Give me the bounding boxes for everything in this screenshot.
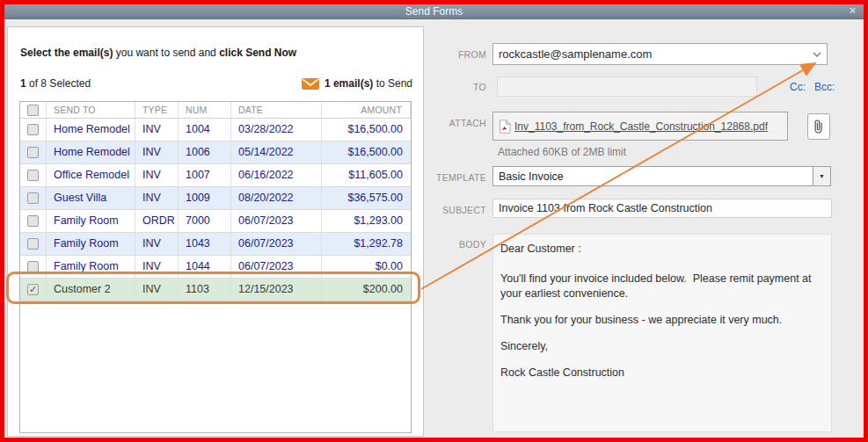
send-forms-dialog: Send Forms ✕ Select the email(s) you wan…: [0, 0, 868, 442]
row-checkbox[interactable]: [27, 147, 39, 158]
row-checkbox[interactable]: [27, 124, 39, 135]
counts-row: 1 of 8 Selected 1 email(s) to Send: [20, 76, 412, 91]
row-checkbox-cell: [20, 233, 47, 255]
email-list-panel: Select the email(s) you want to send and…: [7, 26, 424, 437]
body-textarea[interactable]: Dear Customer : You'll find your invoice…: [492, 234, 832, 432]
cell-send-to: Family Room: [47, 256, 135, 278]
cell-type: ORDR: [135, 210, 179, 232]
close-icon[interactable]: ✕: [849, 5, 857, 17]
cell-type: INV: [135, 256, 179, 278]
table-row[interactable]: Home Remodel INV 1006 05/14/2022 $16,500…: [20, 141, 411, 164]
selected-count: 1 of 8 Selected: [20, 77, 91, 90]
row-checkbox[interactable]: [27, 215, 39, 227]
row-checkbox[interactable]: [27, 261, 39, 272]
instruction-part1: Select the email(s): [20, 47, 113, 59]
selected-count-text: of 8 Selected: [26, 77, 91, 90]
row-checkbox-cell: [20, 141, 47, 163]
cell-type: INV: [135, 164, 179, 186]
to-label: TO: [420, 82, 486, 92]
cell-send-to: Home Remodel: [47, 119, 135, 141]
cell-amount: $0.00: [322, 256, 411, 278]
subject-input[interactable]: Invoice 1103 from Rock Castle Constructi…: [492, 199, 832, 218]
attachment-field[interactable]: Inv_1103_from_Rock_Castle_Construction_1…: [492, 112, 788, 141]
cell-send-to: Family Room: [47, 210, 135, 232]
subject-label: SUBJECT: [420, 205, 486, 215]
cell-send-to: Guest Villa: [47, 187, 135, 209]
body-line: Thank you for your business - we appreci…: [500, 313, 824, 327]
attach-file-button[interactable]: [807, 113, 830, 140]
cell-amount: $200.00: [322, 279, 411, 301]
table-row[interactable]: ✓ Customer 2 INV 1103 12/15/2023 $200.00: [20, 279, 411, 301]
to-input[interactable]: [497, 76, 757, 97]
cell-num: 1004: [179, 119, 231, 141]
instruction-part2: you want to send and: [113, 47, 219, 59]
header-amount[interactable]: AMOUNT: [322, 102, 411, 118]
row-checkbox[interactable]: ✓: [27, 284, 39, 295]
email-table: SEND TO TYPE NUM DATE AMOUNT Home Remode…: [19, 101, 412, 433]
row-checkbox[interactable]: [27, 238, 39, 250]
table-row[interactable]: Home Remodel INV 1004 03/28/2022 $16,500…: [20, 119, 411, 141]
dialog-titlebar[interactable]: Send Forms ✕: [4, 4, 864, 19]
cell-date: 08/20/2022: [231, 187, 322, 209]
cell-type: INV: [135, 141, 179, 163]
cell-send-to: Customer 2: [47, 279, 135, 301]
cell-amount: $16,500.00: [322, 141, 411, 163]
from-dropdown[interactable]: rockcastle@samplename.com: [492, 43, 828, 65]
row-checkbox-cell: ✓: [20, 279, 47, 301]
chevron-down-icon[interactable]: [813, 52, 821, 57]
dialog-title: Send Forms: [405, 5, 463, 18]
emails-to-send: 1 email(s) to Send: [302, 77, 412, 90]
table-row[interactable]: Office Remodel INV 1007 06/16/2022 $11,6…: [20, 164, 411, 187]
from-value: rockcastle@samplename.com: [499, 47, 652, 61]
attachment-size-note: Attached 60KB of 2MB limit: [498, 146, 626, 158]
row-checkbox-cell: [20, 119, 47, 141]
cell-num: 1009: [179, 187, 231, 209]
table-row[interactable]: Family Room INV 1043 06/07/2023 $1,292.7…: [20, 233, 411, 256]
bcc-link[interactable]: Bcc:: [814, 81, 835, 93]
send-count-number: 1 email(s): [325, 77, 373, 90]
row-checkbox-cell: [20, 256, 47, 278]
header-num[interactable]: NUM: [179, 102, 231, 118]
cell-amount: $11,605.00: [322, 164, 411, 186]
cell-date: 06/07/2023: [231, 256, 322, 278]
template-value: Basic Invoice: [493, 170, 813, 183]
instruction-text: Select the email(s) you want to send and…: [20, 47, 296, 59]
row-checkbox-cell: [20, 187, 47, 209]
template-dropdown[interactable]: Basic Invoice ▼: [492, 166, 831, 186]
cell-date: 06/07/2023: [231, 210, 322, 232]
row-checkbox[interactable]: [27, 170, 39, 181]
template-label: TEMPLATE: [420, 172, 486, 183]
cell-num: 7000: [179, 210, 231, 232]
cell-num: 1007: [179, 164, 231, 186]
table-row[interactable]: Family Room ORDR 7000 06/07/2023 $1,293.…: [20, 210, 411, 233]
select-all-checkbox[interactable]: [27, 105, 39, 116]
cc-bcc-links: Cc: Bcc:: [790, 81, 835, 93]
row-checkbox-cell: [20, 164, 47, 186]
row-checkbox[interactable]: [27, 192, 39, 204]
pdf-file-icon: [499, 120, 511, 134]
email-table-body: Home Remodel INV 1004 03/28/2022 $16,500…: [20, 119, 411, 301]
attachment-filename-link[interactable]: Inv_1103_from_Rock_Castle_Construction_1…: [514, 120, 768, 133]
body-line: Sincerely,: [500, 339, 824, 353]
cell-num: 1006: [179, 141, 231, 163]
attach-label: ATTACH: [420, 118, 486, 128]
header-checkbox-cell: [20, 102, 47, 118]
template-dropdown-button[interactable]: ▼: [813, 167, 830, 185]
email-table-header: SEND TO TYPE NUM DATE AMOUNT: [20, 102, 411, 119]
row-checkbox-cell: [20, 210, 47, 232]
cc-link[interactable]: Cc:: [790, 81, 806, 93]
table-row[interactable]: Guest Villa INV 1009 08/20/2022 $36,575.…: [20, 187, 411, 210]
body-line: Rock Castle Construction: [500, 366, 824, 380]
header-date[interactable]: DATE: [231, 102, 322, 118]
envelope-icon: [302, 78, 319, 90]
cell-type: INV: [135, 279, 179, 301]
table-row[interactable]: Family Room INV 1044 06/07/2023 $0.00: [20, 256, 411, 279]
cell-date: 06/07/2023: [231, 233, 322, 255]
header-type[interactable]: TYPE: [135, 102, 179, 118]
selected-count-number: 1: [20, 77, 26, 90]
body-line: Dear Customer :: [500, 242, 824, 256]
cell-date: 05/14/2022: [231, 141, 322, 163]
header-send-to[interactable]: SEND TO: [47, 102, 135, 118]
instruction-part3: click Send Now: [219, 47, 296, 59]
cell-num: 1043: [179, 233, 231, 255]
